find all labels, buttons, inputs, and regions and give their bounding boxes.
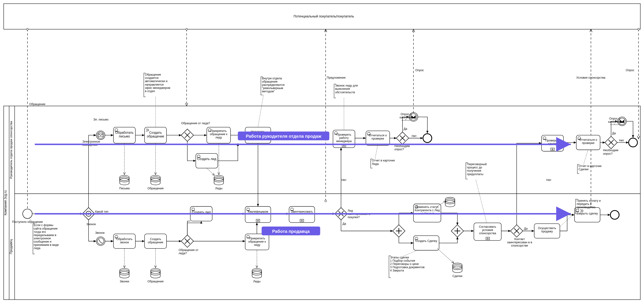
datastore-clients <box>445 197 455 207</box>
svg-text:Да: Да <box>404 127 407 131</box>
svg-line-160 <box>375 145 378 159</box>
annotation-lead-card: Отчет в карточке Лида <box>370 145 397 168</box>
svg-line-161 <box>584 150 588 164</box>
svg-point-23 <box>97 238 104 244</box>
annotation-accept: Принять оплату и передать в производство… <box>560 199 604 227</box>
lane-seller-title: Продавец <box>9 239 13 254</box>
svg-text:Работа  продавца: Работа продавца <box>272 229 310 234</box>
svg-text:Нет: Нет <box>342 178 346 182</box>
svg-text:Обращение от лида?: Обращение от лида? <box>181 122 210 125</box>
svg-text:Обращения: Обращения <box>148 187 164 190</box>
lane-head-title: Руководитель отдела продаж спонсорства <box>10 121 13 179</box>
task-create-deal: Создать Сделку <box>414 236 439 250</box>
datastore-deals <box>452 263 462 273</box>
svg-text:Да: Да <box>612 132 616 135</box>
svg-text:Предложения: Предложения <box>327 76 346 79</box>
event-email-catch <box>96 131 105 140</box>
datastore-letters <box>120 175 129 185</box>
svg-text:Сделки: Сделки <box>452 275 462 278</box>
svg-text:Нет: Нет <box>546 178 552 182</box>
svg-text:Да: Да <box>342 222 346 225</box>
event-call-catch <box>96 237 105 246</box>
task-agree-sponsor: Согласовать условия спонсорства <box>474 223 501 240</box>
svg-text:Звонок: Звонок <box>86 223 96 226</box>
svg-line-151 <box>207 168 214 175</box>
datastore-appeals-h <box>151 175 160 185</box>
svg-text:Лиды: Лиды <box>253 280 261 283</box>
task-process-letter: Обработать письмо <box>114 127 135 143</box>
task-make-sale: Осуществить продажу <box>534 224 560 238</box>
svg-text:Нет: Нет <box>412 135 417 138</box>
task-create-appeal-seller: Создать обращение <box>145 234 166 248</box>
annotation-call-lead: Звонок лиду для выяснения обстоятельств <box>334 84 363 130</box>
svg-text:Условия спонсорства: Условия спонсорства <box>576 76 605 79</box>
task-attach-lead-head: Прикрепить обращение к лиду <box>207 127 230 143</box>
annotation-revolver: Внутри отдела обращения распределяются "… <box>258 77 290 127</box>
annotation-auto: Обращение создается автоматически и напр… <box>144 73 170 127</box>
svg-text:Обращения: Обращения <box>148 280 164 283</box>
task-attach-lead-seller: Прикрепить обращение к лиду <box>245 234 269 250</box>
annotation-stages: Этапы сделки 1 Подбор события 2 Перегово… <box>389 250 425 278</box>
task-create-lead-head: Создать лид <box>196 153 218 168</box>
svg-text:Нет: Нет <box>619 139 624 142</box>
svg-text:Какой тип: Какой тип <box>95 210 108 213</box>
svg-text:Эл. письмо: Эл. письмо <box>94 118 108 121</box>
task-report-check-h2: Отчитаться о проверке <box>576 135 600 150</box>
pool-company-title: Компания Jug.ru <box>4 190 7 215</box>
svg-text:Опрос: Опрос <box>626 69 634 72</box>
svg-text:Звонки: Звонки <box>120 280 129 283</box>
end-event-head <box>423 134 432 143</box>
svg-text:Лиды: Лиды <box>215 187 223 190</box>
task-process-call: Обработать звонок <box>114 234 135 248</box>
svg-text:Звонок: Звонок <box>95 231 104 234</box>
datastore-leads-h <box>214 175 224 185</box>
svg-line-156 <box>437 248 454 263</box>
datastore-calls <box>120 269 129 278</box>
svg-text:Обращение: Обращение <box>29 103 46 106</box>
task-check-deal: Проверить сделку <box>542 135 564 151</box>
datastore-leads-s <box>252 269 262 278</box>
svg-text:Работа рукодителя отдела прода: Работа рукодителя отдела продаж <box>246 134 322 139</box>
svg-text:Да: Да <box>524 227 528 230</box>
start-event <box>22 209 32 219</box>
end-event-head2 <box>629 138 638 147</box>
task-create-appeal-head: Создать обращение <box>145 127 166 143</box>
svg-line-158 <box>258 95 264 127</box>
svg-line-163 <box>476 179 486 223</box>
datastore-appeals-s <box>151 269 160 278</box>
end-event-seller <box>610 210 619 219</box>
svg-text:Письма: Письма <box>119 187 130 190</box>
annotation-form: Если с формы сайта обращение тогда его п… <box>29 218 60 255</box>
svg-text:Поступило обращение: Поступило обращение <box>12 220 43 224</box>
svg-text:Опрос: Опрос <box>415 69 424 72</box>
task-report-check-h: Отчитаться о проверке <box>366 131 390 145</box>
bpmn-diagram: Потенциальный покупатель/покупатель Комп… <box>0 0 644 303</box>
pool-buyer-title: Потенциальный покупатель/покупатель <box>294 14 354 18</box>
